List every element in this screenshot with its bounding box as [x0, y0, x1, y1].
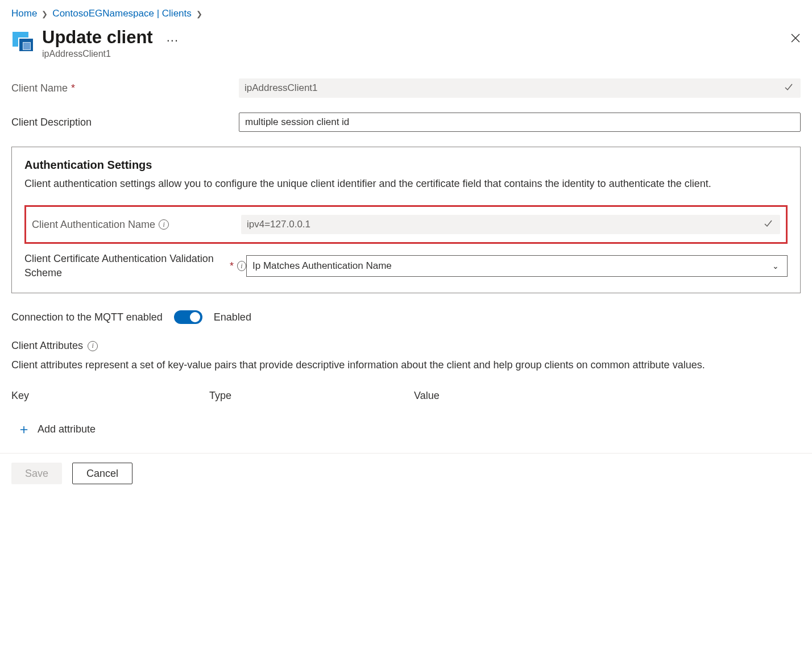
client-description-row: Client Description: [11, 113, 801, 132]
attributes-table-header: Key Type Value: [11, 390, 801, 402]
client-description-field[interactable]: [239, 113, 801, 132]
attributes-col-value: Value: [414, 390, 440, 402]
page-title: Update client: [42, 27, 153, 48]
client-attributes-title: Client Attributes i: [11, 340, 801, 352]
info-icon[interactable]: i: [159, 219, 169, 230]
client-name-row: Client Name * ipAddressClient1: [11, 78, 801, 98]
chevron-down-icon: ⌄: [772, 261, 779, 271]
breadcrumb: Home ❯ ContosoEGNamespace | Clients ❯: [11, 8, 801, 19]
more-actions-button[interactable]: ···: [167, 33, 179, 48]
validation-scheme-select[interactable]: Ip Matches Authentication Name ⌄: [246, 255, 788, 277]
required-indicator: *: [71, 82, 75, 94]
check-icon: [763, 218, 773, 231]
attributes-col-key: Key: [11, 390, 209, 402]
mqtt-toggle-status: Enabled: [214, 311, 251, 323]
info-icon[interactable]: i: [88, 341, 98, 351]
breadcrumb-namespace[interactable]: ContosoEGNamespace | Clients: [52, 8, 191, 19]
auth-name-label: Client Authentication Name i: [32, 219, 241, 231]
mqtt-toggle-label: Connection to the MQTT enabled: [11, 311, 163, 323]
validation-scheme-label: Client Certificate Authentication Valida…: [24, 252, 246, 280]
client-name-label: Client Name *: [11, 82, 239, 94]
client-description-label: Client Description: [11, 117, 239, 128]
chevron-right-icon: ❯: [196, 10, 202, 18]
client-resource-icon: [11, 31, 34, 53]
auth-settings-section: Authentication Settings Client authentic…: [11, 147, 801, 293]
attributes-col-type: Type: [209, 390, 414, 402]
auth-settings-description: Client authentication settings allow you…: [24, 176, 788, 192]
cancel-button[interactable]: Cancel: [72, 463, 132, 484]
auth-settings-title: Authentication Settings: [24, 159, 788, 172]
chevron-right-icon: ❯: [42, 10, 48, 18]
client-attributes-description: Client attributes represent a set of key…: [11, 357, 801, 373]
check-icon: [784, 82, 794, 95]
auth-name-field: ipv4=127.0.0.1: [241, 215, 780, 234]
save-button[interactable]: Save: [11, 463, 62, 484]
mqtt-toggle[interactable]: [174, 310, 202, 324]
close-icon: [790, 33, 801, 43]
close-button[interactable]: [790, 33, 801, 46]
footer-actions: Save Cancel: [0, 453, 812, 493]
plus-icon: ＋: [17, 420, 31, 438]
auth-name-highlight: Client Authentication Name i ipv4=127.0.…: [24, 205, 788, 244]
required-indicator: *: [230, 259, 234, 273]
page-header: Update client ipAddressClient1 ···: [11, 27, 801, 59]
validation-scheme-row: Client Certificate Authentication Valida…: [24, 252, 788, 280]
add-attribute-button[interactable]: ＋ Add attribute: [11, 417, 101, 442]
page-subtitle: ipAddressClient1: [42, 49, 153, 59]
info-icon[interactable]: i: [237, 261, 246, 271]
mqtt-toggle-row: Connection to the MQTT enabled Enabled: [11, 310, 801, 324]
client-name-field: ipAddressClient1: [239, 78, 801, 98]
toggle-knob: [190, 312, 200, 322]
breadcrumb-home[interactable]: Home: [11, 8, 37, 19]
